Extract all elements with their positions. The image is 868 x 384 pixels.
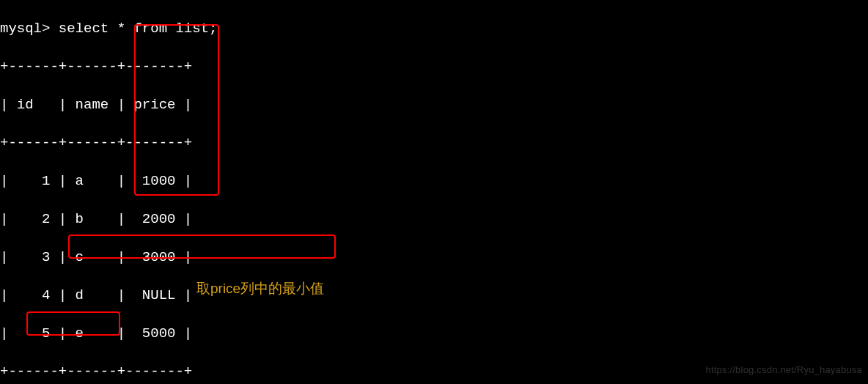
- table-separator: +------+------+-------+: [0, 133, 868, 152]
- table-separator: +------+------+-------+: [0, 57, 868, 76]
- watermark-text: https://blog.csdn.net/Ryu_hayabusa: [706, 361, 863, 380]
- table-row: | 1 | a | 1000 |: [0, 171, 868, 191]
- table-row: | 3 | c | 3000 |: [0, 248, 868, 267]
- table-header: | id | name | price |: [0, 95, 868, 114]
- mysql-prompt: mysql>: [0, 21, 59, 37]
- query-line-1: mysql> select * from list;: [0, 19, 868, 38]
- table-row: | 5 | e | 5000 |: [0, 324, 868, 343]
- table-row: | 4 | d | NULL |: [0, 286, 868, 305]
- terminal-output: mysql> select * from list; +------+-----…: [0, 0, 868, 384]
- annotation-text: 取price列中的最小值: [196, 279, 324, 298]
- table-row: | 2 | b | 2000 |: [0, 210, 868, 229]
- sql-query-1: select * from list;: [59, 21, 218, 37]
